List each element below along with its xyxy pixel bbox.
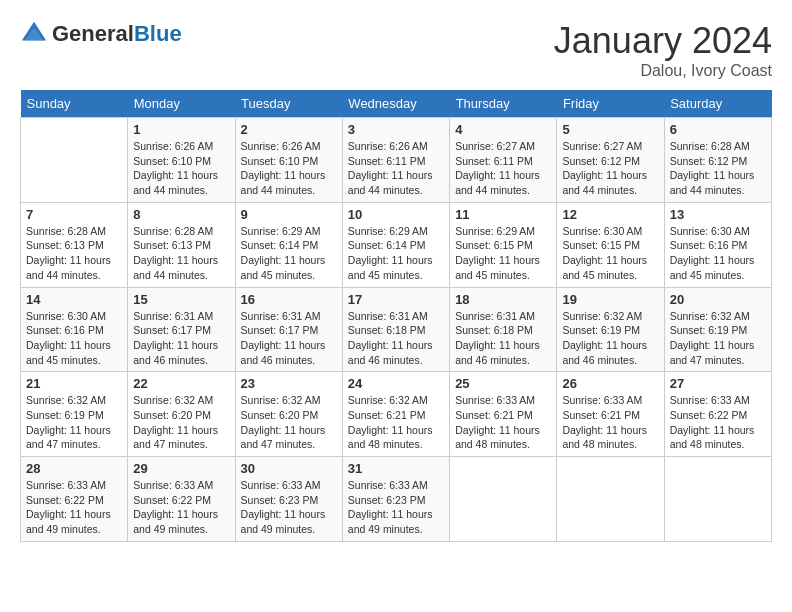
day-info: Sunrise: 6:33 AMSunset: 6:21 PMDaylight:…: [562, 393, 658, 452]
calendar-cell: 14Sunrise: 6:30 AMSunset: 6:16 PMDayligh…: [21, 287, 128, 372]
weekday-header-row: SundayMondayTuesdayWednesdayThursdayFrid…: [21, 90, 772, 118]
day-number: 17: [348, 292, 444, 307]
calendar-cell: 12Sunrise: 6:30 AMSunset: 6:15 PMDayligh…: [557, 202, 664, 287]
day-info: Sunrise: 6:32 AMSunset: 6:19 PMDaylight:…: [670, 309, 766, 368]
day-info: Sunrise: 6:26 AMSunset: 6:10 PMDaylight:…: [241, 139, 337, 198]
day-number: 4: [455, 122, 551, 137]
day-number: 12: [562, 207, 658, 222]
day-info: Sunrise: 6:29 AMSunset: 6:14 PMDaylight:…: [241, 224, 337, 283]
day-info: Sunrise: 6:32 AMSunset: 6:20 PMDaylight:…: [241, 393, 337, 452]
logo: GeneralBlue: [20, 20, 182, 48]
day-number: 22: [133, 376, 229, 391]
calendar-cell: 1Sunrise: 6:26 AMSunset: 6:10 PMDaylight…: [128, 118, 235, 203]
calendar-cell: 11Sunrise: 6:29 AMSunset: 6:15 PMDayligh…: [450, 202, 557, 287]
day-number: 8: [133, 207, 229, 222]
calendar-cell: 10Sunrise: 6:29 AMSunset: 6:14 PMDayligh…: [342, 202, 449, 287]
calendar-week-row: 1Sunrise: 6:26 AMSunset: 6:10 PMDaylight…: [21, 118, 772, 203]
calendar-cell: 13Sunrise: 6:30 AMSunset: 6:16 PMDayligh…: [664, 202, 771, 287]
page-header: GeneralBlue January 2024 Dalou, Ivory Co…: [20, 20, 772, 80]
calendar-cell: 4Sunrise: 6:27 AMSunset: 6:11 PMDaylight…: [450, 118, 557, 203]
day-info: Sunrise: 6:28 AMSunset: 6:12 PMDaylight:…: [670, 139, 766, 198]
calendar-cell: 16Sunrise: 6:31 AMSunset: 6:17 PMDayligh…: [235, 287, 342, 372]
day-number: 29: [133, 461, 229, 476]
calendar-cell: 25Sunrise: 6:33 AMSunset: 6:21 PMDayligh…: [450, 372, 557, 457]
day-number: 1: [133, 122, 229, 137]
day-info: Sunrise: 6:33 AMSunset: 6:23 PMDaylight:…: [241, 478, 337, 537]
day-info: Sunrise: 6:31 AMSunset: 6:17 PMDaylight:…: [133, 309, 229, 368]
calendar-cell: [557, 457, 664, 542]
title-block: January 2024 Dalou, Ivory Coast: [554, 20, 772, 80]
day-number: 18: [455, 292, 551, 307]
calendar-cell: [450, 457, 557, 542]
day-number: 31: [348, 461, 444, 476]
day-info: Sunrise: 6:31 AMSunset: 6:18 PMDaylight:…: [348, 309, 444, 368]
day-info: Sunrise: 6:33 AMSunset: 6:22 PMDaylight:…: [670, 393, 766, 452]
day-number: 9: [241, 207, 337, 222]
calendar-cell: 21Sunrise: 6:32 AMSunset: 6:19 PMDayligh…: [21, 372, 128, 457]
day-info: Sunrise: 6:27 AMSunset: 6:12 PMDaylight:…: [562, 139, 658, 198]
calendar-cell: 6Sunrise: 6:28 AMSunset: 6:12 PMDaylight…: [664, 118, 771, 203]
day-info: Sunrise: 6:28 AMSunset: 6:13 PMDaylight:…: [133, 224, 229, 283]
location-title: Dalou, Ivory Coast: [554, 62, 772, 80]
day-info: Sunrise: 6:31 AMSunset: 6:18 PMDaylight:…: [455, 309, 551, 368]
month-title: January 2024: [554, 20, 772, 62]
calendar-table: SundayMondayTuesdayWednesdayThursdayFrid…: [20, 90, 772, 542]
day-info: Sunrise: 6:30 AMSunset: 6:16 PMDaylight:…: [26, 309, 122, 368]
day-number: 19: [562, 292, 658, 307]
day-number: 14: [26, 292, 122, 307]
day-number: 15: [133, 292, 229, 307]
day-info: Sunrise: 6:33 AMSunset: 6:22 PMDaylight:…: [26, 478, 122, 537]
calendar-cell: [664, 457, 771, 542]
day-info: Sunrise: 6:28 AMSunset: 6:13 PMDaylight:…: [26, 224, 122, 283]
day-number: 27: [670, 376, 766, 391]
day-number: 13: [670, 207, 766, 222]
calendar-week-row: 28Sunrise: 6:33 AMSunset: 6:22 PMDayligh…: [21, 457, 772, 542]
weekday-header-monday: Monday: [128, 90, 235, 118]
day-info: Sunrise: 6:27 AMSunset: 6:11 PMDaylight:…: [455, 139, 551, 198]
day-number: 24: [348, 376, 444, 391]
day-number: 28: [26, 461, 122, 476]
calendar-cell: 20Sunrise: 6:32 AMSunset: 6:19 PMDayligh…: [664, 287, 771, 372]
calendar-cell: 15Sunrise: 6:31 AMSunset: 6:17 PMDayligh…: [128, 287, 235, 372]
calendar-cell: 9Sunrise: 6:29 AMSunset: 6:14 PMDaylight…: [235, 202, 342, 287]
day-number: 3: [348, 122, 444, 137]
calendar-cell: 23Sunrise: 6:32 AMSunset: 6:20 PMDayligh…: [235, 372, 342, 457]
calendar-cell: 26Sunrise: 6:33 AMSunset: 6:21 PMDayligh…: [557, 372, 664, 457]
weekday-header-saturday: Saturday: [664, 90, 771, 118]
calendar-cell: 2Sunrise: 6:26 AMSunset: 6:10 PMDaylight…: [235, 118, 342, 203]
calendar-cell: 30Sunrise: 6:33 AMSunset: 6:23 PMDayligh…: [235, 457, 342, 542]
day-number: 26: [562, 376, 658, 391]
logo-blue: Blue: [134, 21, 182, 46]
day-number: 23: [241, 376, 337, 391]
day-info: Sunrise: 6:32 AMSunset: 6:19 PMDaylight:…: [562, 309, 658, 368]
day-number: 25: [455, 376, 551, 391]
calendar-cell: 18Sunrise: 6:31 AMSunset: 6:18 PMDayligh…: [450, 287, 557, 372]
calendar-cell: 5Sunrise: 6:27 AMSunset: 6:12 PMDaylight…: [557, 118, 664, 203]
calendar-cell: 28Sunrise: 6:33 AMSunset: 6:22 PMDayligh…: [21, 457, 128, 542]
calendar-week-row: 7Sunrise: 6:28 AMSunset: 6:13 PMDaylight…: [21, 202, 772, 287]
weekday-header-tuesday: Tuesday: [235, 90, 342, 118]
calendar-cell: 17Sunrise: 6:31 AMSunset: 6:18 PMDayligh…: [342, 287, 449, 372]
day-info: Sunrise: 6:31 AMSunset: 6:17 PMDaylight:…: [241, 309, 337, 368]
day-info: Sunrise: 6:29 AMSunset: 6:15 PMDaylight:…: [455, 224, 551, 283]
day-number: 16: [241, 292, 337, 307]
logo-general: General: [52, 21, 134, 46]
day-info: Sunrise: 6:33 AMSunset: 6:22 PMDaylight:…: [133, 478, 229, 537]
day-info: Sunrise: 6:26 AMSunset: 6:10 PMDaylight:…: [133, 139, 229, 198]
calendar-cell: 19Sunrise: 6:32 AMSunset: 6:19 PMDayligh…: [557, 287, 664, 372]
weekday-header-wednesday: Wednesday: [342, 90, 449, 118]
day-number: 20: [670, 292, 766, 307]
day-number: 2: [241, 122, 337, 137]
weekday-header-friday: Friday: [557, 90, 664, 118]
day-number: 21: [26, 376, 122, 391]
calendar-cell: 22Sunrise: 6:32 AMSunset: 6:20 PMDayligh…: [128, 372, 235, 457]
weekday-header-thursday: Thursday: [450, 90, 557, 118]
day-info: Sunrise: 6:26 AMSunset: 6:11 PMDaylight:…: [348, 139, 444, 198]
logo-icon: [20, 20, 48, 48]
day-number: 11: [455, 207, 551, 222]
day-info: Sunrise: 6:29 AMSunset: 6:14 PMDaylight:…: [348, 224, 444, 283]
day-number: 6: [670, 122, 766, 137]
calendar-week-row: 21Sunrise: 6:32 AMSunset: 6:19 PMDayligh…: [21, 372, 772, 457]
calendar-cell: 7Sunrise: 6:28 AMSunset: 6:13 PMDaylight…: [21, 202, 128, 287]
day-info: Sunrise: 6:32 AMSunset: 6:21 PMDaylight:…: [348, 393, 444, 452]
